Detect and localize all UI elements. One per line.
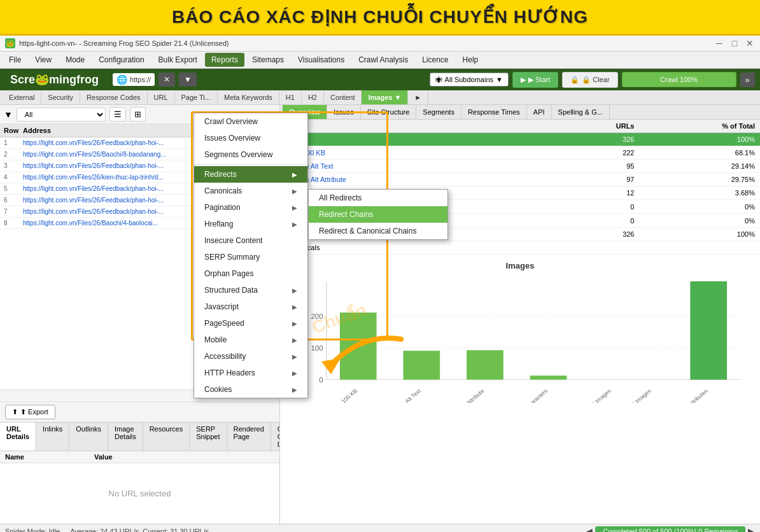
menu-orphan-pages[interactable]: Orphan Pages (194, 265, 307, 282)
hreflang-label: Hreflang (204, 220, 233, 228)
row-urls: 12 (559, 186, 639, 200)
menu-hreflang[interactable]: Hreflang ▶ (194, 216, 307, 232)
bottom-tab-inlinks[interactable]: Inlinks (36, 423, 69, 451)
right-tab-issues[interactable]: Issues (327, 105, 361, 119)
tab-response-codes[interactable]: Response Codes (80, 90, 147, 104)
menu-http-headers[interactable]: HTTP Headers ▶ (194, 365, 307, 381)
filter-icon: ▼ (4, 109, 13, 120)
crawl-progress-button[interactable]: Crawl 100% (622, 72, 736, 87)
list-view-button[interactable]: ☰ (109, 107, 126, 122)
menu-sitemaps[interactable]: Sitemaps (246, 53, 290, 67)
right-tab-api[interactable]: API (527, 105, 552, 119)
menu-pagination[interactable]: Pagination ▶ (194, 199, 307, 216)
tab-content[interactable]: Content (324, 90, 362, 104)
tab-meta-keywords[interactable]: Meta Keywords (218, 90, 279, 104)
row-label[interactable]: Missing Alt Text (280, 160, 559, 173)
menu-crawl-analysis[interactable]: Crawl Analysis (352, 53, 414, 67)
submenu-all-redirects[interactable]: All Redirects (309, 190, 447, 206)
accessibility-label: Accessibility (204, 352, 246, 361)
menu-redirects[interactable]: Redirects ▶ (194, 166, 307, 183)
right-tab-spelling[interactable]: Spelling & G... (552, 105, 610, 119)
col-header-category (280, 120, 559, 133)
redirects-submenu: All Redirects Redirect Chains Redirect &… (308, 189, 448, 240)
bottom-tab-url-details[interactable]: URL Details (0, 423, 36, 451)
menu-mobile[interactable]: Mobile ▶ (194, 332, 307, 348)
clear-button[interactable]: 🔒 🔒 Clear (562, 72, 617, 88)
logo-area: Scre🐸mingfrog (5, 71, 104, 88)
menu-segments-overview[interactable]: Segments Overview (194, 146, 307, 163)
row-label[interactable]: Over 100 KB (280, 146, 559, 160)
bottom-tab-chrome-console[interactable]: Chrome Console Log (271, 423, 280, 451)
maximize-button[interactable]: □ (729, 38, 740, 48)
url-close-button[interactable]: ✕ (158, 73, 175, 87)
menu-licence[interactable]: Licence (416, 53, 454, 67)
right-tab-response-times[interactable]: Response Times (461, 105, 527, 119)
bottom-tabs: URL Details Inlinks Outlinks Image Detai… (0, 423, 279, 451)
menu-file[interactable]: File (3, 53, 27, 67)
url-bar-container: 🌐 https:// (113, 73, 155, 86)
right-tab-segments[interactable]: Segments (416, 105, 461, 119)
tab-h1[interactable]: H1 (279, 90, 302, 104)
status-bar-left: Spider Mode: Idle Average: 24.43 URL/s. … (5, 528, 211, 532)
tab-images[interactable]: Images ▼ (362, 90, 408, 104)
prev-page-icon[interactable]: ◀ (586, 526, 593, 532)
tab-external[interactable]: External (3, 90, 41, 104)
table-row[interactable]: All 326 100% (280, 133, 760, 146)
cookies-label: Cookies (204, 385, 232, 394)
menu-view[interactable]: View (29, 53, 58, 67)
menu-visualisations[interactable]: Visualisations (292, 53, 351, 67)
table-row[interactable]: Canonicals (280, 241, 760, 255)
menu-insecure-content[interactable]: Insecure Content (194, 232, 307, 249)
minimize-button[interactable]: ─ (714, 38, 724, 48)
window-controls[interactable]: ─ □ ✕ (714, 38, 755, 48)
bottom-tab-serp-snippet[interactable]: SERP Snippet (190, 423, 227, 451)
menu-configuration[interactable]: Configuration (92, 53, 150, 67)
row-pct: 68.1% (639, 146, 760, 160)
menu-bulk-export[interactable]: Bulk Export (152, 53, 204, 67)
menu-serp-summary[interactable]: SERP Summary (194, 249, 307, 265)
tab-page-title[interactable]: Page Ti... (175, 90, 218, 104)
canonicals-label: Canonicals (204, 186, 242, 195)
menu-pagespeed[interactable]: PageSpeed ▶ (194, 315, 307, 332)
menu-accessibility[interactable]: Accessibility ▶ (194, 348, 307, 365)
grid-view-button[interactable]: ⊞ (130, 107, 146, 122)
url-dropdown-button[interactable]: ▼ (179, 73, 197, 87)
menu-cookies[interactable]: Cookies ▶ (194, 381, 307, 398)
menu-crawl-overview[interactable]: Crawl Overview (194, 113, 307, 130)
url-input[interactable]: https:// (130, 76, 151, 83)
menu-javascript[interactable]: Javascript ▶ (194, 298, 307, 315)
subdomain-select[interactable]: 🕷 All Subdomains ▼ (430, 73, 509, 87)
table-row[interactable]: Over 100 KB 222 68.1% (280, 146, 760, 160)
menu-reports[interactable]: Reports (205, 53, 244, 67)
tab-url[interactable]: URL (148, 90, 175, 104)
menu-structured-data[interactable]: Structured Data ▶ (194, 282, 307, 298)
next-page-icon[interactable]: ▶ (748, 526, 755, 532)
tab-security[interactable]: Security (41, 90, 80, 104)
row-label[interactable]: Missing Alt Attribute (280, 173, 559, 186)
menu-canonicals[interactable]: Canonicals ▶ (194, 183, 307, 199)
right-pane: Overview Issues Site Structure Segments … (280, 105, 760, 524)
tabs-row: External Security Response Codes URL Pag… (0, 90, 760, 105)
submenu-redirect-canonical-chains[interactable]: Redirect & Canonical Chains (309, 223, 447, 239)
menu-issues-overview[interactable]: Issues Overview (194, 130, 307, 146)
menu-mode[interactable]: Mode (59, 53, 91, 67)
crawl-stats-text: Average: 24.43 URL/s. Current: 31.30 URL… (70, 528, 211, 532)
filter-dropdown[interactable]: All (17, 108, 106, 122)
bottom-tab-resources[interactable]: Resources (143, 423, 190, 451)
table-row[interactable]: Missing Alt Text 95 29.14% (280, 160, 760, 173)
submenu-redirect-chains[interactable]: Redirect Chains (309, 206, 447, 223)
export-button[interactable]: ⬆ ⬆ Export (5, 405, 55, 419)
redirects-label: Redirects (204, 170, 237, 179)
bottom-tab-outlinks[interactable]: Outlinks (69, 423, 108, 451)
bottom-tab-rendered-page[interactable]: Rendered Page (227, 423, 271, 451)
structured-data-label: Structured Data (204, 286, 258, 295)
table-row[interactable]: Missing Alt Attribute 97 29.75% (280, 173, 760, 186)
menu-help[interactable]: Help (456, 53, 485, 67)
right-tab-site-structure[interactable]: Site Structure (361, 105, 417, 119)
more-button[interactable]: » (740, 73, 755, 87)
tab-more[interactable]: ► (408, 90, 428, 104)
close-button[interactable]: ✕ (745, 38, 755, 48)
bottom-tab-image-details[interactable]: Image Details (108, 423, 143, 451)
tab-h2[interactable]: H2 (302, 90, 324, 104)
start-button[interactable]: ▶ ▶ Start (512, 72, 558, 88)
